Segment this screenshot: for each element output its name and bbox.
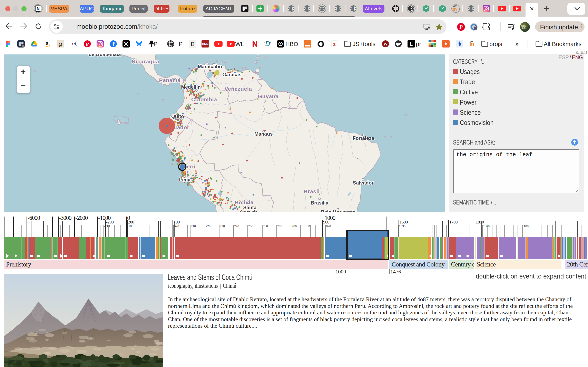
svg-text:D: D xyxy=(265,40,270,47)
svg-text:g: g xyxy=(59,40,62,47)
svg-text:a: a xyxy=(46,40,49,46)
svg-text:Lima: Lima xyxy=(179,177,191,183)
svg-text:Medellín: Medellín xyxy=(181,84,201,90)
svg-text:W: W xyxy=(383,42,388,47)
svg-text:z: z xyxy=(333,41,336,47)
svg-text:P: P xyxy=(86,42,89,47)
svg-text:CNN: CNN xyxy=(202,42,209,46)
svg-text:f: f xyxy=(113,41,114,47)
svg-text:Cruz de: Cruz de xyxy=(240,209,258,212)
svg-text:L: L xyxy=(410,41,413,47)
svg-text:Colombia: Colombia xyxy=(191,96,217,103)
svg-text:Belo Horizonte: Belo Horizonte xyxy=(321,209,355,212)
svg-text:Fortaleza: Fortaleza xyxy=(353,135,374,141)
svg-text:Maracaibo: Maracaibo xyxy=(198,64,222,69)
svg-text:Panamá: Panamá xyxy=(159,77,181,83)
svg-text:Brasil: Brasil xyxy=(304,188,320,194)
svg-text:Caracas: Caracas xyxy=(222,72,241,77)
svg-text:de Guatemala: de Guatemala xyxy=(89,54,121,57)
svg-text:Venezuela: Venezuela xyxy=(225,86,252,92)
svg-text:Bolivia: Bolivia xyxy=(235,200,254,206)
svg-text:Quito: Quito xyxy=(171,114,184,119)
svg-text:Guyana: Guyana xyxy=(258,93,278,100)
svg-text:Salvador: Salvador xyxy=(353,180,373,185)
svg-text:E: E xyxy=(191,41,195,47)
svg-text:Manaus: Manaus xyxy=(254,131,273,137)
svg-text:Brasília: Brasília xyxy=(311,200,329,206)
svg-text:Nicaragua: Nicaragua xyxy=(132,58,159,65)
